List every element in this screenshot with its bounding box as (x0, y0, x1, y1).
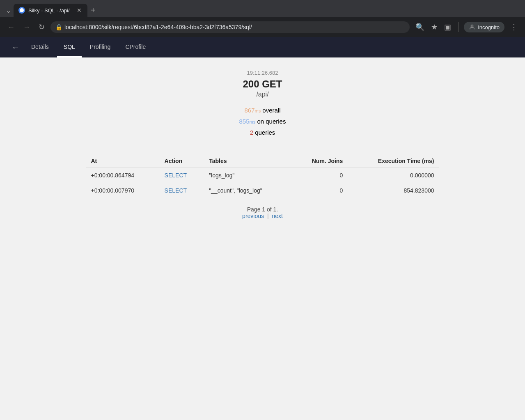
tab-title: Silky - SQL - /api/ (28, 7, 73, 14)
count-value: 2 (250, 129, 253, 136)
tab-profiling[interactable]: Profiling (83, 37, 117, 57)
cell-joins-1: 0 (291, 168, 348, 183)
queries-unit: ms (250, 119, 256, 124)
tab-close-button[interactable]: ✕ (76, 6, 83, 14)
active-tab[interactable]: Silky - SQL - /api/ ✕ (14, 4, 87, 17)
cell-joins-2: 0 (291, 183, 348, 198)
col-execution-time: Execution Time (ms) (348, 154, 439, 168)
sql-table: At Action Tables Num. Joins Execution Ti… (86, 154, 439, 219)
cell-at-1: +0:00:00.864794 (86, 168, 160, 183)
col-action: Action (160, 154, 204, 168)
forward-button[interactable]: → (21, 21, 33, 33)
reload-button[interactable]: ↻ (36, 21, 47, 33)
bookmark-icon-button[interactable]: ★ (429, 21, 440, 33)
browser-chrome: ⌄ Silky - SQL - /api/ ✕ + ← → ↻ 🔒 🔍 ★ ▣ (0, 0, 525, 37)
incognito-label: Incognito (478, 24, 500, 30)
tab-sql[interactable]: SQL (57, 37, 82, 57)
tab-details[interactable]: Details (25, 37, 55, 57)
col-tables: Tables (204, 154, 291, 168)
request-stats: 867ms overall 855ms on queries 2 queries (239, 105, 286, 138)
cell-action-1[interactable]: SELECT (160, 168, 204, 183)
tab-favicon (18, 7, 25, 14)
table-body: +0:00:00.864794 SELECT "logs_log" 0 0.00… (86, 168, 439, 198)
pagination: Page 1 of 1. previous | next (86, 206, 439, 219)
extensions-icon-button[interactable]: ▣ (442, 21, 454, 33)
table-header-row: At Action Tables Num. Joins Execution Ti… (86, 154, 439, 168)
col-num-joins: Num. Joins (291, 154, 348, 168)
app-back-button[interactable]: ← (8, 41, 23, 54)
pagination-separator: | (267, 213, 269, 219)
main-content: 19:11:26.682 200 GET /api/ 867ms overall… (0, 57, 525, 232)
address-bar-row: ← → ↻ 🔒 🔍 ★ ▣ Incognito ⋮ (0, 17, 525, 37)
lock-icon: 🔒 (55, 24, 62, 30)
menu-button[interactable]: ⋮ (508, 21, 520, 33)
request-status: 200 GET (239, 78, 286, 90)
cell-time-2: 854.823000 (348, 183, 439, 198)
table-row: +0:00:00.864794 SELECT "logs_log" 0 0.00… (86, 168, 439, 183)
incognito-icon (469, 24, 475, 30)
overall-unit: ms (255, 108, 261, 113)
back-button[interactable]: ← (5, 21, 17, 33)
svg-point-1 (471, 25, 473, 27)
cell-tables-2: "__count", "logs_log" (204, 183, 291, 198)
app-nav: ← Details SQL Profiling CProfile (0, 37, 525, 57)
address-bar-wrap: 🔒 (50, 21, 410, 33)
cell-tables-1: "logs_log" (204, 168, 291, 183)
table-head: At Action Tables Num. Joins Execution Ti… (86, 154, 439, 168)
tab-bar: ⌄ Silky - SQL - /api/ ✕ + (0, 0, 525, 17)
tab-list-button[interactable]: ⌄ (3, 5, 14, 16)
toolbar-icons: 🔍 ★ ▣ (413, 21, 454, 33)
cell-action-2[interactable]: SELECT (160, 183, 204, 198)
queries-table: At Action Tables Num. Joins Execution Ti… (86, 154, 439, 198)
count-label: queries (255, 129, 275, 136)
request-path: /api/ (239, 91, 286, 98)
request-header: 19:11:26.682 200 GET /api/ 867ms overall… (239, 70, 286, 138)
overall-value: 867 (244, 107, 254, 114)
overall-label: overall (262, 107, 280, 114)
cell-at-2: +0:00:00.007970 (86, 183, 160, 198)
table-row: +0:00:00.007970 SELECT "__count", "logs_… (86, 183, 439, 198)
new-tab-button[interactable]: + (87, 6, 99, 15)
svg-point-0 (20, 8, 24, 12)
queries-label: on queries (257, 118, 286, 125)
pagination-text: Page 1 of 1. (247, 206, 278, 213)
search-icon-button[interactable]: 🔍 (413, 21, 427, 33)
col-at: At (86, 154, 160, 168)
divider (459, 22, 459, 32)
incognito-button[interactable]: Incognito (464, 22, 504, 32)
request-timestamp: 19:11:26.682 (239, 70, 286, 76)
overall-stat: 867ms overall (239, 105, 286, 116)
queries-stat: 855ms on queries (239, 116, 286, 127)
tab-cprofile[interactable]: CProfile (119, 37, 152, 57)
queries-value: 855 (239, 118, 250, 125)
count-stat: 2 queries (239, 127, 286, 138)
address-bar[interactable] (50, 21, 410, 33)
pagination-next[interactable]: next (272, 213, 282, 219)
cell-time-1: 0.000000 (348, 168, 439, 183)
pagination-previous[interactable]: previous (242, 213, 264, 219)
